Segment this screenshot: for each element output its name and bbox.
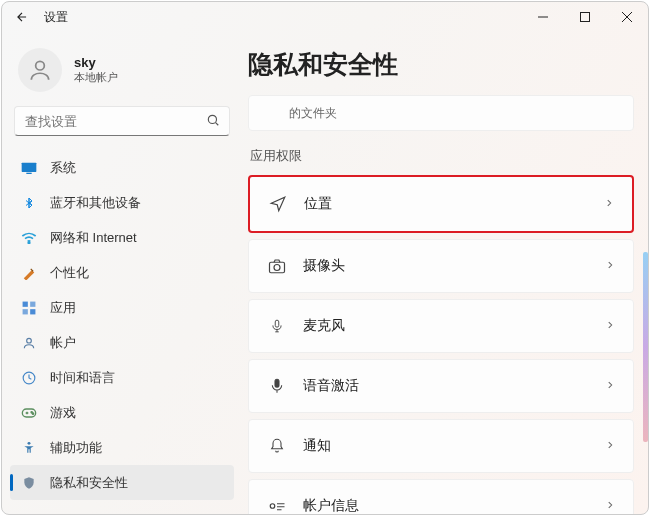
username-label: sky [74, 55, 118, 70]
sidebar-item-gaming[interactable]: 游戏 [10, 395, 234, 430]
section-title: 应用权限 [250, 147, 634, 165]
minimize-icon [538, 12, 548, 22]
microphone-icon [267, 317, 287, 335]
sidebar-item-label: 系统 [50, 159, 76, 177]
sidebar-item-windows-update[interactable]: Windows 更新 [10, 500, 234, 502]
svg-rect-8 [26, 172, 31, 173]
svg-point-14 [27, 338, 32, 343]
svg-rect-11 [30, 301, 35, 306]
svg-point-5 [208, 115, 216, 123]
close-button[interactable] [606, 2, 648, 32]
sidebar-item-label: 蓝牙和其他设备 [50, 194, 141, 212]
svg-point-18 [32, 413, 33, 414]
titlebar: 设置 [2, 2, 648, 32]
nav-list: 系统 蓝牙和其他设备 网络和 Internet 个性化 应用 [10, 150, 234, 502]
accessibility-icon [20, 441, 38, 455]
system-icon [20, 161, 38, 175]
avatar [18, 48, 62, 92]
sidebar: sky 本地帐户 系统 蓝牙和其他设备 [2, 32, 242, 514]
maximize-button[interactable] [564, 2, 606, 32]
close-icon [622, 12, 632, 22]
window-title: 设置 [44, 9, 68, 26]
partial-card[interactable]: 的文件夹 [248, 95, 634, 131]
main-panel: 隐私和安全性 的文件夹 应用权限 位置 摄像头 麦克风 [242, 32, 648, 514]
svg-rect-22 [275, 320, 279, 327]
svg-rect-1 [581, 13, 590, 22]
sidebar-item-label: 个性化 [50, 264, 89, 282]
svg-rect-12 [23, 309, 28, 314]
svg-point-9 [28, 241, 30, 243]
brush-icon [20, 266, 38, 280]
svg-rect-13 [30, 309, 35, 314]
person-icon [27, 57, 53, 83]
chevron-right-icon [605, 377, 615, 395]
permission-label: 位置 [304, 195, 332, 213]
permission-voice-activation[interactable]: 语音激活 [248, 359, 634, 413]
clock-icon [20, 371, 38, 385]
sidebar-item-accounts[interactable]: 帐户 [10, 325, 234, 360]
sidebar-item-label: 辅助功能 [50, 439, 102, 457]
location-icon [268, 195, 288, 213]
permission-camera[interactable]: 摄像头 [248, 239, 634, 293]
permission-account-info[interactable]: 帐户信息 [248, 479, 634, 514]
back-button[interactable] [10, 5, 34, 29]
sidebar-item-time-language[interactable]: 时间和语言 [10, 360, 234, 395]
bluetooth-icon [20, 195, 38, 211]
svg-point-19 [28, 441, 31, 444]
permission-label: 帐户信息 [303, 497, 359, 514]
bell-icon [267, 437, 287, 455]
permission-label: 语音激活 [303, 377, 359, 395]
chevron-right-icon [605, 257, 615, 275]
search-icon [206, 113, 220, 131]
svg-line-6 [216, 123, 219, 126]
partial-card-text: 的文件夹 [289, 105, 337, 122]
wifi-icon [20, 232, 38, 244]
page-title: 隐私和安全性 [248, 48, 634, 81]
accounts-icon [20, 336, 38, 350]
sidebar-item-label: 时间和语言 [50, 369, 115, 387]
sidebar-item-system[interactable]: 系统 [10, 150, 234, 185]
svg-rect-7 [22, 162, 37, 171]
edge-decoration [643, 252, 648, 442]
sidebar-item-privacy[interactable]: 隐私和安全性 [10, 465, 234, 500]
permission-location[interactable]: 位置 [248, 175, 634, 233]
apps-icon [20, 301, 38, 315]
permission-label: 麦克风 [303, 317, 345, 335]
search-input[interactable] [14, 106, 230, 136]
chevron-right-icon [605, 497, 615, 514]
sidebar-item-label: 隐私和安全性 [50, 474, 128, 492]
sidebar-item-accessibility[interactable]: 辅助功能 [10, 430, 234, 465]
svg-point-24 [270, 504, 275, 509]
sidebar-item-label: 游戏 [50, 404, 76, 422]
voice-activation-icon [267, 377, 287, 395]
sidebar-item-label: 应用 [50, 299, 76, 317]
chevron-right-icon [604, 195, 614, 213]
permission-label: 摄像头 [303, 257, 345, 275]
maximize-icon [580, 12, 590, 22]
sidebar-item-personalization[interactable]: 个性化 [10, 255, 234, 290]
account-info-icon [267, 499, 287, 513]
sidebar-item-network[interactable]: 网络和 Internet [10, 220, 234, 255]
permission-label: 通知 [303, 437, 331, 455]
svg-rect-20 [270, 262, 285, 273]
sidebar-item-label: 帐户 [50, 334, 76, 352]
sidebar-item-bluetooth[interactable]: 蓝牙和其他设备 [10, 185, 234, 220]
chevron-right-icon [605, 437, 615, 455]
gaming-icon [20, 407, 38, 419]
svg-rect-23 [275, 379, 279, 387]
sidebar-item-label: 网络和 Internet [50, 229, 137, 247]
chevron-right-icon [605, 317, 615, 335]
back-arrow-icon [15, 10, 29, 24]
permission-microphone[interactable]: 麦克风 [248, 299, 634, 353]
camera-icon [267, 258, 287, 274]
account-type-label: 本地帐户 [74, 70, 118, 85]
profile-section[interactable]: sky 本地帐户 [10, 40, 234, 106]
svg-point-4 [36, 61, 45, 70]
svg-rect-10 [23, 301, 28, 306]
permission-notifications[interactable]: 通知 [248, 419, 634, 473]
shield-icon [20, 476, 38, 490]
svg-point-21 [274, 265, 280, 271]
minimize-button[interactable] [522, 2, 564, 32]
sidebar-item-apps[interactable]: 应用 [10, 290, 234, 325]
